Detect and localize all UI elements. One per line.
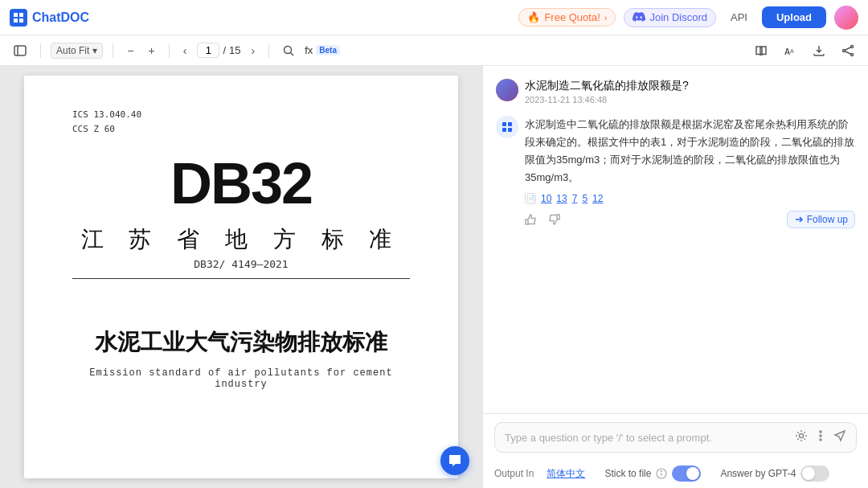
pdf-subtitle: Emission standard of air pollutants for …	[72, 367, 410, 390]
search-button[interactable]	[279, 43, 298, 59]
answer-by-group: Answer by GPT-4	[720, 465, 829, 482]
free-quota-label: Free Quota!	[544, 11, 600, 23]
answer-refs: 📄 10 13 7 5 12	[525, 193, 855, 204]
svg-text:A: A	[790, 48, 794, 54]
pdf-db32-title: DB32	[72, 150, 410, 216]
stick-to-file-group: Stick to file	[604, 465, 701, 482]
pdf-divider	[72, 278, 410, 279]
svg-point-19	[800, 434, 804, 438]
zoom-in-button[interactable]: +	[145, 42, 159, 59]
page-indicator: 1 / 15	[197, 43, 240, 58]
fx-area: fx Beta	[305, 44, 340, 56]
svg-rect-16	[508, 122, 512, 126]
chat-footer: Output In 简体中文 Stick to file Answer by G…	[483, 461, 868, 488]
ref-13[interactable]: 13	[556, 193, 567, 204]
next-page-button[interactable]: ›	[248, 42, 260, 59]
fit-label: Auto Fit	[56, 45, 89, 56]
question-body: 水泥制造二氧化硫的排放限额是? 2023-11-21 13:46:48	[525, 79, 855, 105]
page-number-input[interactable]: 1	[197, 43, 219, 58]
pdf-ics-text: ICS 13.040.40CCS Z 60	[72, 108, 410, 136]
answer-text: 水泥制造中二氧化硫的排放限额是根据水泥窑及窑尾余热利用系统的阶段来确定的。根据文…	[525, 116, 855, 187]
sidebar-toggle-button[interactable]	[10, 43, 31, 59]
pdf-panel: ICS 13.040.40CCS Z 60 DB32 江 苏 省 地 方 标 准…	[0, 66, 482, 488]
beta-badge: Beta	[316, 45, 340, 55]
send-button[interactable]	[833, 429, 846, 445]
free-quota-button[interactable]: 🔥 Free Quota! ›	[518, 8, 616, 27]
chevron-right-icon: ›	[604, 13, 608, 23]
svg-line-13	[845, 47, 850, 49]
gpt4-toggle-knob	[802, 467, 815, 480]
discord-icon	[633, 11, 645, 24]
ref-10[interactable]: 10	[541, 193, 551, 204]
ref-file-icon: 📄	[525, 193, 536, 204]
stick-to-file-label: Stick to file	[604, 468, 651, 479]
user-avatar[interactable]	[834, 6, 858, 30]
fit-dropdown[interactable]: Auto Fit ▾	[51, 43, 103, 59]
chat-input[interactable]	[505, 432, 788, 444]
answer-body: 水泥制造中二氧化硫的排放限额是根据水泥窑及窑尾余热利用系统的阶段来确定的。根据文…	[525, 116, 855, 228]
share-button[interactable]	[837, 42, 858, 59]
svg-point-11	[851, 53, 854, 55]
pdf-main-title: 水泥工业大气污染物排放标准	[72, 327, 410, 358]
question-text: 水泥制造二氧化硫的排放限额是?	[525, 79, 855, 93]
upload-button[interactable]: Upload	[762, 6, 826, 28]
svg-point-12	[843, 49, 845, 51]
svg-line-7	[291, 52, 294, 55]
svg-point-20	[820, 431, 821, 433]
chat-input-row	[494, 422, 857, 453]
bot-avatar	[496, 116, 518, 138]
separator4	[268, 43, 269, 58]
user-question-avatar	[496, 79, 518, 101]
chat-input-area	[483, 413, 868, 461]
download-button[interactable]	[809, 42, 829, 59]
lang-selector[interactable]: 简体中文	[547, 467, 585, 481]
zoom-out-button[interactable]: −	[123, 42, 137, 59]
discord-button[interactable]: Join Discord	[624, 8, 716, 27]
logo-icon	[10, 9, 27, 27]
more-options-button[interactable]	[814, 429, 827, 445]
prev-page-button[interactable]: ‹	[179, 42, 191, 59]
toolbar-right-icons: A A	[751, 42, 858, 59]
book-icon-button[interactable]	[751, 42, 772, 59]
question-time: 2023-11-21 13:46:48	[525, 95, 855, 105]
separator3	[169, 43, 170, 58]
chat-panel: 水泥制造二氧化硫的排放限额是? 2023-11-21 13:46:48 水泥制造…	[482, 66, 868, 488]
top-nav: ChatDOC 🔥 Free Quota! › Join Discord API…	[0, 0, 868, 35]
follow-up-button[interactable]: Follow up	[787, 211, 855, 228]
svg-point-6	[285, 46, 292, 53]
thumbs-up-button[interactable]	[525, 213, 538, 226]
svg-rect-18	[508, 128, 512, 132]
svg-rect-0	[14, 13, 18, 17]
font-size-button[interactable]: A A	[780, 42, 800, 59]
answer-by-label: Answer by GPT-4	[720, 468, 796, 479]
ref-7[interactable]: 7	[572, 193, 578, 204]
separator	[40, 43, 41, 58]
separator2	[113, 43, 113, 58]
stick-to-file-toggle[interactable]	[672, 465, 701, 482]
question-message: 水泥制造二氧化硫的排放限额是? 2023-11-21 13:46:48	[496, 79, 855, 105]
svg-rect-4	[14, 46, 26, 55]
logo-text: ChatDOC	[32, 10, 89, 25]
chat-messages: 水泥制造二氧化硫的排放限额是? 2023-11-21 13:46:48 水泥制造…	[483, 66, 868, 413]
svg-rect-3	[19, 18, 23, 23]
settings-icon-button[interactable]	[795, 429, 808, 445]
svg-point-10	[851, 45, 854, 47]
svg-rect-17	[502, 128, 506, 132]
gpt4-toggle[interactable]	[800, 465, 829, 482]
toolbar: Auto Fit ▾ − + ‹ 1 / 15 › fx Beta A A	[0, 35, 868, 66]
answer-message: 水泥制造中二氧化硫的排放限额是根据水泥窑及窑尾余热利用系统的阶段来确定的。根据文…	[496, 116, 855, 228]
toggle-knob	[686, 467, 699, 480]
info-icon	[656, 468, 667, 479]
svg-point-21	[820, 435, 821, 437]
api-button[interactable]: API	[724, 8, 754, 27]
ref-12[interactable]: 12	[592, 193, 603, 204]
thumbs-down-button[interactable]	[547, 213, 560, 226]
pdf-title-cn: 江 苏 省 地 方 标 准	[72, 224, 410, 255]
svg-rect-15	[502, 122, 506, 126]
chat-fab-button[interactable]	[440, 446, 469, 475]
output-in-label: Output In	[494, 468, 534, 479]
svg-rect-2	[14, 18, 18, 23]
logo[interactable]: ChatDOC	[10, 9, 89, 27]
svg-point-22	[820, 439, 821, 441]
ref-5[interactable]: 5	[582, 193, 588, 204]
